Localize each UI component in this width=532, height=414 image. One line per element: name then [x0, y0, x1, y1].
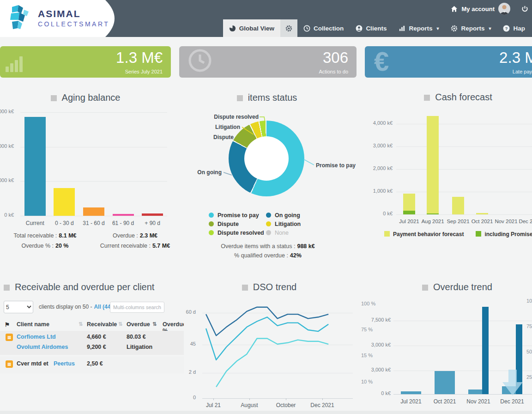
sort-icon[interactable]: ⇅: [118, 321, 122, 327]
legend-item[interactable]: Dispute: [209, 219, 266, 228]
callout-promise-to-pay: Promise to pay: [316, 162, 356, 169]
y-axis-label-right: 75 %: [526, 323, 532, 329]
bar: [113, 214, 134, 216]
kpi-card-late-payments[interactable]: € 2.3 M€ Late payments: [365, 46, 532, 78]
flag-icon[interactable]: ⚑: [5, 321, 10, 328]
y-axis-label: 0 k€: [360, 211, 393, 216]
bar: [24, 117, 46, 216]
legend-item[interactable]: Dispute resolved: [209, 228, 266, 237]
x-axis-label: October: [270, 402, 302, 408]
legend-item[interactable]: Promise to pay: [209, 211, 266, 219]
stat-overdue: Overdue :2.3 M€: [90, 232, 180, 239]
gridline: [396, 192, 532, 192]
y-axis-label: 3,000 k€: [0, 109, 14, 114]
stat-total-receivable: Total receivable :8.1 M€: [0, 232, 90, 239]
pie-chart-icon: [229, 25, 236, 32]
table-row[interactable]: ▦ Cver mtd et Peertus 2,50 €: [0, 357, 184, 373]
y-axis-label-right: 15 %: [361, 353, 373, 358]
account-area: My account Sign out: [451, 3, 532, 15]
client-status-icon[interactable]: ▦: [6, 360, 13, 368]
client-name-link[interactable]: Ovolumt Airdomes: [17, 344, 68, 350]
bottom-strip: [0, 411, 532, 414]
main-nav-tabs: Global View Collection Clients Reports ▾…: [223, 19, 531, 37]
legend-item-none[interactable]: None: [266, 228, 326, 237]
cash-forecast-title: Cash forecast: [375, 92, 532, 103]
gridline: [20, 112, 167, 113]
legend-dot: [266, 230, 271, 235]
line-series: [216, 339, 328, 387]
home-icon: [451, 6, 458, 12]
col-client-name[interactable]: Client name: [17, 321, 49, 328]
bar: [482, 307, 489, 394]
kpi-card-actions[interactable]: 306 Actions to do: [179, 46, 357, 78]
tab-help[interactable]: ? Hap: [497, 19, 531, 37]
legend-item[interactable]: including Promise to pay: [476, 231, 532, 237]
tab-collection[interactable]: Collection: [297, 19, 350, 37]
gridline: [396, 169, 532, 170]
chevron-down-icon: ▾: [436, 26, 439, 31]
y-axis-label: 3,000 k€: [360, 143, 393, 148]
client-name-prefix: Cver mtd et: [17, 360, 48, 367]
legend-item[interactable]: On going: [266, 211, 326, 219]
kpi-card-sales[interactable]: 1.3 M€ Series July 2021: [0, 46, 171, 78]
bar-segment: [427, 213, 439, 214]
callout-dispute-resolved: Dispute resolved: [207, 114, 259, 120]
my-account-link[interactable]: My account: [461, 6, 495, 12]
x-axis-label: Dec 2021: [306, 402, 339, 408]
col-overdue[interactable]: Overdue: [127, 321, 150, 328]
tab-global-view-settings[interactable]: [280, 19, 297, 37]
table-row[interactable]: ▦ Corfiomes Ltd 4,660 € 80.03 € Ovolumt …: [0, 331, 184, 355]
brand-subname: COLLECTSMART: [38, 20, 109, 28]
bar: [54, 188, 75, 216]
x-axis-label: Jul 2021: [395, 398, 427, 405]
cash-forecast-legend: Payment behavior forecast including Prom…: [384, 231, 532, 237]
bar-segment: [476, 213, 488, 214]
aging-balance-chart: 3,000 k€2,000 k€1,000 k€0 k€Current0 - 3…: [20, 112, 167, 216]
y-axis-label: 2 d: [179, 369, 196, 375]
avatar[interactable]: [498, 3, 510, 15]
gridline: [20, 216, 167, 216]
client-name-link[interactable]: Corfiomes Ltd: [17, 334, 56, 340]
sort-icon[interactable]: ⇅: [79, 321, 83, 327]
tab-clients[interactable]: Clients: [350, 19, 393, 37]
callout-litigation: Litigation: [203, 124, 240, 130]
x-axis-label: August: [233, 402, 266, 408]
overdue-status: Litigation: [127, 344, 152, 350]
legend-dot: [209, 221, 214, 226]
tab-reports[interactable]: Reports ▾: [393, 19, 445, 37]
brand-name: ASIMAL: [38, 8, 109, 19]
dso-lines: [202, 299, 353, 399]
search-input[interactable]: [110, 302, 164, 313]
bar: [435, 371, 455, 394]
client-status-icon[interactable]: ▦: [6, 334, 13, 341]
sort-active-icon[interactable]: ⇅: [152, 321, 157, 327]
x-axis-label: 0 - 30 d: [50, 220, 79, 226]
y-axis-label: 60 d: [179, 309, 196, 315]
callout-on-going: On going: [188, 169, 222, 176]
legend-item[interactable]: Litigation: [266, 219, 326, 228]
table-count-text: clients display on 50 -All (444): [39, 304, 115, 310]
y-axis-label: 3,000 k€: [358, 367, 391, 372]
clock-icon: [303, 25, 310, 32]
top-navbar: ASIMAL COLLECTSMART My account Sign out …: [0, 0, 532, 37]
legend-item[interactable]: Payment behavior forecast: [384, 231, 464, 237]
col-overdue-pct[interactable]: Overdue %: [163, 321, 184, 331]
kpi-value: 306: [323, 49, 348, 67]
client-name-link[interactable]: Peertus: [54, 360, 75, 367]
col-receivable[interactable]: Receivable: [87, 321, 117, 328]
tab-global-view[interactable]: Global View: [223, 19, 280, 37]
receivable-value: 9,200 €: [87, 344, 106, 350]
euro-icon: €: [374, 46, 389, 77]
kpi-caption: Late payments: [513, 69, 532, 74]
overdue-value: 80.03 €: [127, 334, 146, 340]
app-logo[interactable]: ASIMAL COLLECTSMART: [7, 4, 109, 32]
dso-trend-title: DSO trend: [184, 282, 355, 292]
y-axis-label-right: 10 %: [361, 379, 373, 384]
cash-forecast-chart: 4,000 k€3,000 k€2,000 k€1,000 k€0 k€Jul …: [396, 115, 532, 214]
gear-icon: [451, 25, 458, 32]
page-size-select[interactable]: 5: [4, 301, 33, 313]
x-axis-label: + 90 d: [138, 220, 167, 226]
tab-reports-settings[interactable]: Reports ▾: [445, 19, 497, 37]
y-axis-label-right: 100 %: [361, 301, 375, 306]
chevron-down-icon: ▾: [489, 26, 491, 31]
